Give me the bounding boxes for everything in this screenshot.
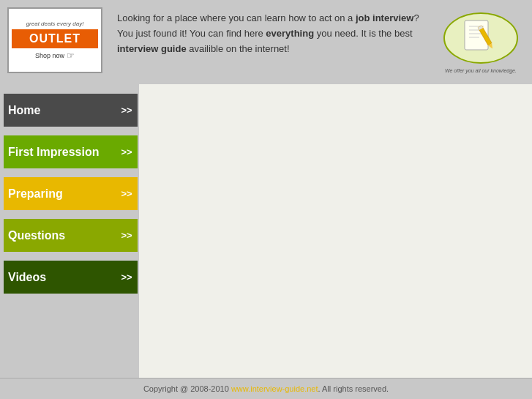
logo-svg-wrapper: We offer you all our knowledge. xyxy=(443,7,520,73)
nav-label-videos: Videos xyxy=(4,271,116,284)
layout: Home>>First Impression>>Preparing>>Quest… xyxy=(0,84,532,399)
nav-item-preparing[interactable]: Preparing>> xyxy=(4,177,138,210)
intro-text-1: Looking for a place where you can learn … xyxy=(117,12,356,23)
logo-area: We offer you all our knowledge. xyxy=(437,7,525,73)
header: great deals every day! OUTLET Shop now ☞… xyxy=(0,0,532,84)
ad-shop-label: Shop now xyxy=(35,52,64,59)
nav-arrow-preparing: >> xyxy=(116,188,138,199)
main-content-area xyxy=(139,84,532,399)
nav-arrow-videos: >> xyxy=(116,272,138,283)
nav-arrow-home: >> xyxy=(116,105,138,116)
nav-item-questions[interactable]: Questions>> xyxy=(4,219,138,252)
nav-item-home[interactable]: Home>> xyxy=(4,94,138,127)
intro-bold-everything: everything xyxy=(266,28,314,39)
cursor-icon: ☞ xyxy=(67,51,75,61)
nav-menu: Home>>First Impression>>Preparing>>Quest… xyxy=(4,88,135,294)
nav-label-preparing: Preparing xyxy=(4,187,116,201)
page-wrapper: great deals every day! OUTLET Shop now ☞… xyxy=(0,0,532,399)
footer-link[interactable]: www.interview-guide.net xyxy=(231,384,318,393)
header-intro-text: Looking for a place where you can learn … xyxy=(117,7,437,56)
nav-label-questions: Questions xyxy=(4,229,116,242)
nav-item-first-impression[interactable]: First Impression>> xyxy=(4,135,138,168)
nav-label-home: Home xyxy=(4,104,116,117)
ad-top-text: great deals every day! xyxy=(26,20,84,27)
nav-label-first-impression: First Impression xyxy=(4,146,116,159)
footer: Copyright @ 2008-2010 www.interview-guid… xyxy=(0,378,532,399)
footer-rights: . All rights reserved. xyxy=(318,384,389,393)
ad-outlet-label: OUTLET xyxy=(12,29,98,48)
intro-text-3: you need. It is the best xyxy=(314,28,412,39)
logo-svg xyxy=(443,7,520,64)
footer-copyright: Copyright @ 2008-2010 xyxy=(143,384,231,393)
nav-arrow-questions: >> xyxy=(116,230,138,241)
intro-bold-interview-guide: interview guide xyxy=(117,43,187,54)
intro-bold-job-interview: job interview xyxy=(356,12,413,23)
nav-item-videos[interactable]: Videos>> xyxy=(4,261,138,294)
ad-banner[interactable]: great deals every day! OUTLET Shop now ☞ xyxy=(7,7,102,73)
sidebar: Home>>First Impression>>Preparing>>Quest… xyxy=(0,84,139,399)
ad-shop-now[interactable]: Shop now ☞ xyxy=(35,51,75,61)
intro-text-4: availible on the internet! xyxy=(187,43,290,54)
nav-arrow-first-impression: >> xyxy=(116,146,138,157)
logo-tagline: We offer you all our knowledge. xyxy=(443,68,520,73)
